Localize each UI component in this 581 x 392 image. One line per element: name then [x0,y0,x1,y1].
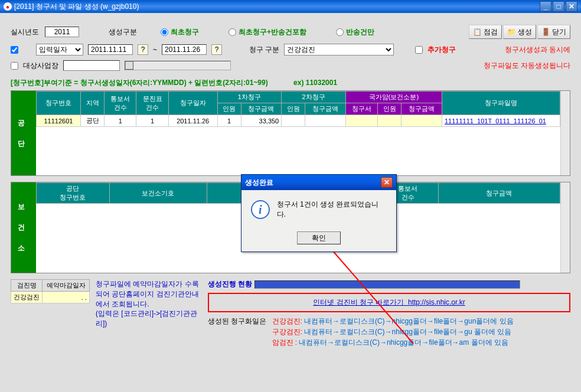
dialog-title: 생성완료 [245,178,273,188]
portal-link[interactable]: 인터넷 검진비 청구 바로가기 http://sis.nhic.or.kr [313,298,465,306]
table-row[interactable]: 11112601 공단 1 1 2011.11.26 1 33,350 1111… [37,115,560,127]
dialog-ok-button[interactable]: 확인 [297,231,341,244]
radio-initial-return[interactable] [229,28,236,36]
info-line2: 청구파일도 자동생성됩니다 [484,60,570,71]
date-type-select[interactable]: 입력일자 [36,44,83,55]
gongdan-table: 청구번호 지역 통보서 건수 문진표 건수 청구일자 1차청구 2차청구 국가암… [36,91,560,127]
cgtype-label: 청구 구분 [249,45,279,55]
target-label: 대상사업장 [23,61,58,71]
dialog-close-button[interactable]: ✕ [381,177,393,188]
target-input[interactable] [63,60,120,71]
formula-text: [청구번호]부여기준 = 청구서생성일자(6자리:YYMMDD) + 일련번호(… [11,79,268,87]
window-close-button[interactable]: ✕ [566,1,577,12]
scrollbar[interactable] [560,91,570,175]
scrollbar[interactable] [560,182,570,273]
year-input[interactable] [45,27,79,37]
minimize-button[interactable]: _ [540,1,551,12]
radio-initial-return-label: 최초청구+반송건포함 [239,27,306,37]
gongdan-table-wrap: 공단 청구번호 지역 통보서 건수 문진표 건수 청구일자 1차청구 2차청구 … [11,90,570,176]
date-to-picker[interactable]: ? [211,44,222,55]
dialog-message: 청구서 1건이 생성 완료되었습니다. [277,200,387,220]
gentype-label: 생성구분 [109,27,137,37]
cgtype-select[interactable]: 건강검진 [284,44,394,55]
progress-bar [254,280,520,289]
maximize-button[interactable]: □ [553,1,564,12]
date-to-input[interactable] [162,44,207,55]
check-button[interactable]: 📋점검 [469,25,502,39]
completion-dialog: 생성완료 ✕ i 청구서 1건이 생성 완료되었습니다. 확인 [241,174,397,252]
radio-return-only[interactable] [336,28,344,36]
target-checkbox[interactable] [11,62,18,70]
target-slider[interactable] [125,61,231,70]
info-line1: 청구서생성과 동시에 [505,44,570,55]
paths-label: 생성된 청구화일은 [208,317,266,325]
formula-example: ex) 11032001 [293,79,337,87]
generate-button[interactable]: 📁생성 [503,25,536,39]
date-from-input[interactable] [88,44,133,55]
bogeon-sidebar: 보건소 [11,182,36,273]
info-icon: i [251,200,270,219]
radio-return-only-label: 반송건만 [346,27,374,37]
close-button[interactable]: 🚪닫기 [537,25,570,39]
window-title: [2011] 청구서 및 파일 생성 (w_gzjb010) [14,2,139,12]
gongdan-sidebar: 공단 [11,91,36,175]
year-label: 실시년도 [11,27,39,37]
note-text: 청구파일에 예약마감일자가 수록되어 공단홈페이지 검진기관안내에서 조회됩니다… [96,279,202,348]
window-titlebar: ● [2011] 청구서 및 파일 생성 (w_gzjb010) _ □ ✕ [0,0,581,13]
radio-initial[interactable] [161,28,168,36]
add-label: 추가청구 [427,45,456,55]
app-icon: ● [4,2,12,11]
reserve-table: 검진명예약마감일자 건강검진. . [11,279,90,303]
progress-label: 생성진행 현황 [208,280,252,288]
table-row[interactable]: 건강검진. . [11,292,90,303]
enable-date-checkbox[interactable] [11,46,18,54]
date-from-picker[interactable]: ? [138,44,148,55]
add-checkbox[interactable] [415,46,423,54]
link-box: 인터넷 검진비 청구 바로가기 http://sis.nhic.or.kr [208,293,570,312]
radio-initial-label: 최초청구 [171,27,199,37]
